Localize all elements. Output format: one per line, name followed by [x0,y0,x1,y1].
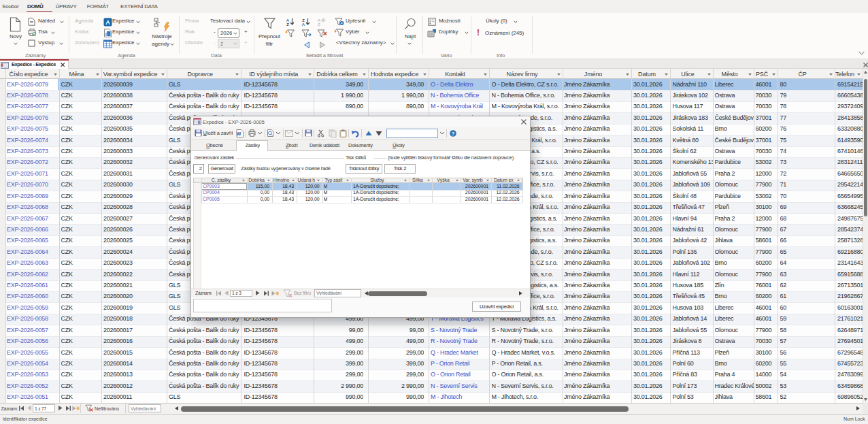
svg-text:?: ? [452,131,455,137]
svg-text:Z: Z [318,22,320,26]
svg-text:A: A [105,19,110,26]
svg-text:Z: Z [286,22,289,27]
svg-text:W: W [237,131,241,136]
svg-text:A: A [302,22,305,27]
